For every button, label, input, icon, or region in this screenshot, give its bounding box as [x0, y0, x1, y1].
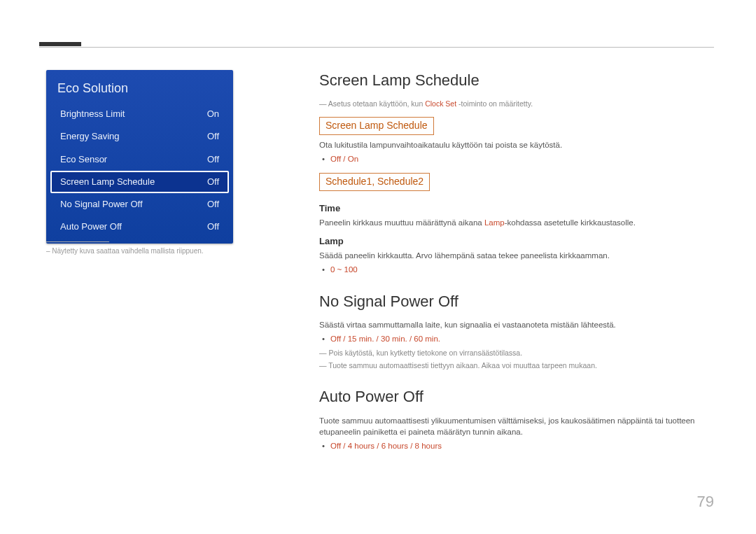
menu-item-value: Off — [207, 130, 219, 143]
menu-item-no-signal-power-off[interactable]: No Signal Power Off Off — [46, 193, 233, 216]
text-sls-enable: Ota lukitustila lampunvaihtoaikataulu kä… — [319, 139, 710, 150]
menu-item-label: Brightness Limit — [60, 108, 125, 120]
menu-item-auto-power-off[interactable]: Auto Power Off Off — [46, 216, 233, 238]
text-apo: Tuote sammuu automaattisesti ylikuumentu… — [319, 415, 710, 437]
footnote-divider — [46, 241, 109, 242]
note-nspo-2: Tuote sammuu automaattisesti tiettyyn ai… — [319, 360, 710, 371]
menu-item-value: Off — [207, 153, 219, 166]
bullet-sls-options: Off / On — [330, 153, 710, 164]
menu-item-value: Off — [207, 176, 219, 188]
menu-item-brightness-limit[interactable]: Brightness Limit On — [46, 103, 233, 125]
note-clock-set: Asetus otetaan käyttöön, kun Clock Set -… — [319, 99, 710, 109]
menu-item-value: On — [207, 108, 219, 120]
menu-item-label: Energy Saving — [60, 130, 120, 143]
text-time: Paneelin kirkkaus muuttuu määrättynä aik… — [319, 217, 710, 228]
menu-item-label: Auto Power Off — [60, 220, 122, 233]
heading-lamp: Lamp — [319, 235, 710, 248]
menu-item-label: Eco Sensor — [60, 153, 107, 166]
heading-auto-power-off: Auto Power Off — [319, 386, 710, 408]
heading-screen-lamp-schedule: Screen Lamp Schedule — [319, 70, 710, 92]
menu-title: Eco Solution — [46, 70, 233, 103]
menu-item-screen-lamp-schedule[interactable]: Screen Lamp Schedule Off — [50, 171, 229, 193]
text-lamp: Säädä paneelin kirkkautta. Arvo lähempän… — [319, 250, 710, 261]
menu-item-label: No Signal Power Off — [60, 198, 143, 211]
heading-no-signal-power-off: No Signal Power Off — [319, 291, 710, 313]
menu-item-value: Off — [207, 198, 219, 211]
heading-time: Time — [319, 202, 710, 215]
menu-item-energy-saving[interactable]: Energy Saving Off — [46, 125, 233, 148]
menu-footnote: – Näytetty kuva saattaa vaihdella mallis… — [46, 241, 233, 256]
page-number: 79 — [697, 491, 714, 513]
header-thick-bar — [39, 42, 81, 46]
bullet-apo-options: Off / 4 hours / 6 hours / 8 hours — [330, 440, 710, 451]
subheading-screen-lamp-schedule: Screen Lamp Schedule — [319, 117, 434, 135]
note-nspo-1: Pois käytöstä, kun kytketty tietokone on… — [319, 348, 710, 358]
footnote-text: – Näytetty kuva saattaa vaihdella mallis… — [46, 246, 233, 256]
subheading-schedule1-schedule2: Schedule1, Schedule2 — [319, 173, 430, 191]
header-divider — [39, 47, 714, 48]
menu-item-value: Off — [207, 220, 219, 233]
eco-solution-menu: Eco Solution Brightness Limit On Energy … — [46, 70, 233, 244]
content-column: Screen Lamp Schedule Asetus otetaan käyt… — [319, 70, 710, 454]
text-nspo: Säästä virtaa sammuttamalla laite, kun s… — [319, 319, 710, 330]
bullet-nspo-options: Off / 15 min. / 30 min. / 60 min. — [330, 333, 710, 344]
menu-item-label: Screen Lamp Schedule — [60, 176, 155, 188]
bullet-lamp-range: 0 ~ 100 — [330, 264, 710, 275]
menu-item-eco-sensor[interactable]: Eco Sensor Off — [46, 148, 233, 171]
